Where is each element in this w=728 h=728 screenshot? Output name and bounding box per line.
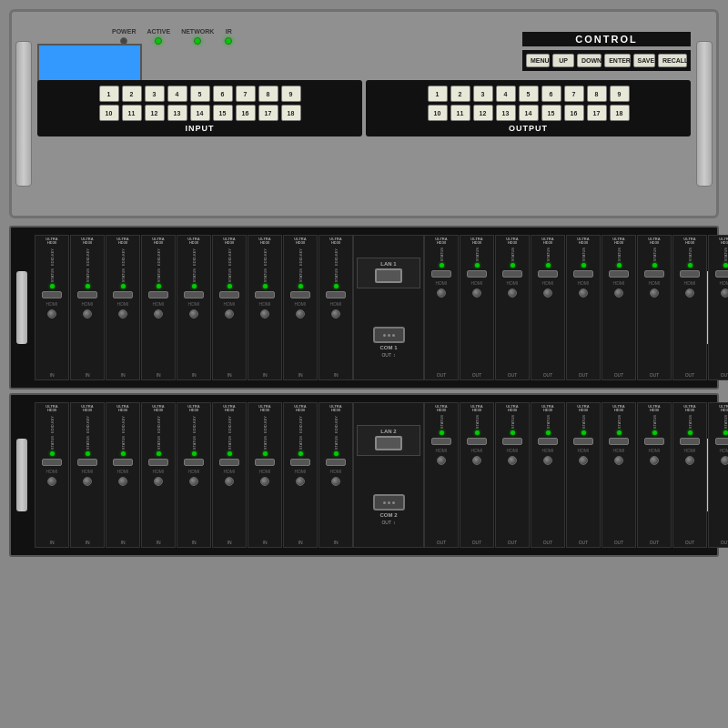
- output-btn-3[interactable]: 3: [473, 86, 493, 102]
- hdmi-port: [77, 459, 97, 466]
- input-btn-11[interactable]: 11: [122, 105, 142, 121]
- save-button[interactable]: SAVE: [633, 54, 655, 67]
- hdmi-label: HDMI: [295, 301, 307, 307]
- input-btn-17[interactable]: 17: [258, 105, 278, 121]
- down-button[interactable]: DOWN: [577, 54, 602, 67]
- output-btn-1[interactable]: 1: [428, 86, 448, 102]
- status-led: [723, 263, 728, 268]
- status-led: [86, 284, 90, 288]
- input-btn-13[interactable]: 13: [167, 105, 187, 121]
- hdmi-port: [680, 270, 700, 278]
- status-led: [617, 263, 622, 268]
- input-btn-2[interactable]: 2: [122, 86, 142, 102]
- enter-button[interactable]: ENTER: [604, 54, 630, 67]
- status-led: [688, 430, 693, 435]
- output-btn-11[interactable]: 11: [450, 105, 470, 121]
- menu-button[interactable]: MENU: [526, 54, 550, 67]
- status-led: [475, 263, 480, 268]
- card-logo: ULTRAHD30: [577, 238, 589, 246]
- knob: [614, 456, 623, 465]
- input-btn-5[interactable]: 5: [190, 86, 210, 102]
- bp2-inner: ULTRAHD30 EDID-KEY STATUS HDMI IN ULTRAH…: [13, 399, 715, 551]
- status-led: [228, 284, 232, 288]
- hdmi-label: HDMI: [720, 280, 728, 286]
- input-btn-15[interactable]: 15: [213, 105, 233, 121]
- output-btn-17[interactable]: 17: [587, 105, 607, 121]
- status-led: [50, 284, 55, 288]
- active-label: ACTIVE: [147, 28, 170, 35]
- input-btn-1[interactable]: 1: [99, 86, 119, 102]
- hdmi-port: [113, 291, 133, 298]
- input-slots-1: ULTRAHD30 EDID-KEY STATUS HDMI IN ULTRAH…: [35, 235, 353, 380]
- status-led: [688, 263, 693, 268]
- status-led: [263, 284, 268, 288]
- input-btn-4[interactable]: 4: [167, 86, 187, 102]
- input-row-2: 10 11 12 13 14 15 16 17 18: [43, 105, 357, 121]
- input-btn-18[interactable]: 18: [281, 105, 301, 121]
- output-btn-16[interactable]: 16: [564, 105, 584, 121]
- status-led: [581, 263, 586, 268]
- output-btn-5[interactable]: 5: [519, 86, 539, 102]
- hdmi-label: HDMI: [259, 469, 271, 474]
- card-slot-in2-5: ULTRAHD30 EDID-KEY STATUS HDMI IN: [177, 402, 211, 548]
- indicators: POWER ACTIVE NETWORK IR: [112, 28, 232, 45]
- com1-section: COM 1 OUT ↕: [373, 325, 405, 358]
- hdmi-port: [609, 270, 629, 278]
- output-btn-13[interactable]: 13: [496, 105, 516, 121]
- output-slots-2: ULTRAHD30 STATUS HDMI OUT ULTRAHD30 STAT…: [424, 402, 728, 548]
- output-btn-12[interactable]: 12: [473, 105, 493, 121]
- input-btn-7[interactable]: 7: [236, 86, 256, 102]
- knob: [331, 477, 340, 486]
- card-slot-in-5: ULTRAHD30 EDID-KEY STATUS HDMI IN: [177, 235, 211, 380]
- card-logo: ULTRAHD30: [294, 238, 306, 246]
- knob: [118, 309, 127, 318]
- hdmi-port: [184, 291, 204, 298]
- rack-ear-left: [15, 41, 32, 187]
- hdmi-port: [538, 270, 558, 278]
- knob: [543, 456, 552, 465]
- input-btn-8[interactable]: 8: [258, 86, 278, 102]
- output-btn-14[interactable]: 14: [519, 105, 539, 121]
- card-logo: ULTRAHD30: [719, 405, 728, 413]
- recall-button[interactable]: RECALL: [658, 54, 687, 67]
- input-btn-16[interactable]: 16: [236, 105, 256, 121]
- input-btn-9[interactable]: 9: [281, 86, 301, 102]
- input-btn-10[interactable]: 10: [99, 105, 119, 121]
- hdmi-port: [326, 291, 346, 298]
- rj45-port-2: [375, 436, 402, 450]
- card-logo: ULTRAHD30: [577, 405, 589, 413]
- input-btn-3[interactable]: 3: [145, 86, 165, 102]
- card-slot-out-6: ULTRAHD30 STATUS HDMI OUT: [602, 235, 636, 380]
- output-btn-10[interactable]: 10: [428, 105, 448, 121]
- status-led: [440, 263, 444, 268]
- db9-port-1: [373, 327, 405, 343]
- output-btn-2[interactable]: 2: [450, 86, 470, 102]
- status-led: [298, 284, 303, 288]
- rj45-port-1: [375, 268, 402, 283]
- knob: [260, 477, 269, 486]
- output-btn-15[interactable]: 15: [541, 105, 561, 121]
- output-block: 1 2 3 4 5 6 7 8 9 10 11 12 13 14 15 16 1…: [366, 80, 691, 136]
- hdmi-port: [573, 270, 593, 278]
- knob: [650, 456, 659, 465]
- output-btn-4[interactable]: 4: [496, 86, 516, 102]
- rack-ear-bp2-left: [16, 439, 27, 511]
- output-btn-6[interactable]: 6: [541, 86, 561, 102]
- input-btn-14[interactable]: 14: [190, 105, 210, 121]
- output-btn-8[interactable]: 8: [587, 86, 607, 102]
- output-btn-7[interactable]: 7: [564, 86, 584, 102]
- input-btn-6[interactable]: 6: [213, 86, 233, 102]
- status-led: [121, 284, 126, 288]
- hdmi-port: [290, 291, 310, 298]
- card-slot-out-1: ULTRAHD30 STATUS HDMI OUT: [424, 235, 459, 380]
- bp1-inner: ULTRAHD30 EDID-KEY STATUS HDMI IN ULTRAH…: [13, 231, 715, 384]
- hdmi-label: HDMI: [436, 280, 448, 286]
- hdmi-port: [538, 438, 558, 445]
- input-btn-12[interactable]: 12: [145, 105, 165, 121]
- output-btn-18[interactable]: 18: [610, 105, 630, 121]
- up-button[interactable]: UP: [552, 54, 574, 67]
- card-logo: ULTRAHD30: [152, 405, 164, 413]
- hdmi-port: [431, 438, 451, 445]
- hdmi-port: [255, 291, 275, 298]
- output-btn-9[interactable]: 9: [610, 86, 630, 102]
